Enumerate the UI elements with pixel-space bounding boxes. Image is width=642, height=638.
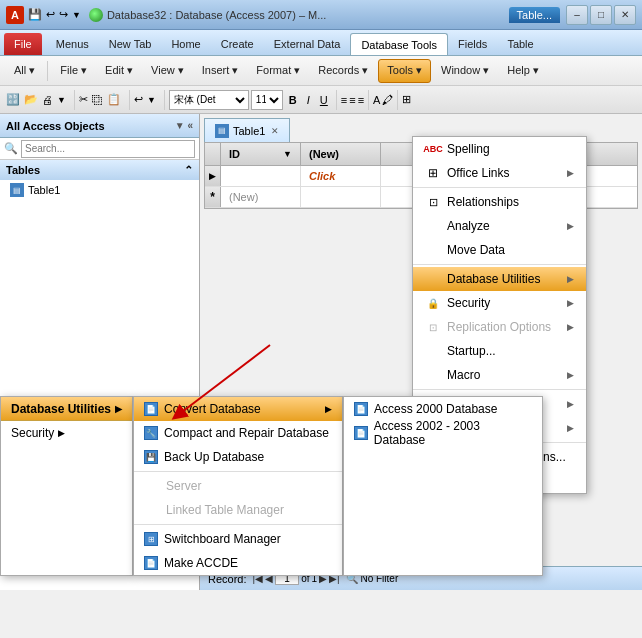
sep-fmt2 bbox=[129, 90, 130, 110]
security-arrow: ▶ bbox=[567, 298, 574, 308]
tab-newtab[interactable]: New Tab bbox=[99, 33, 162, 55]
table1-label: Table1 bbox=[28, 184, 60, 196]
menu-records[interactable]: Records ▾ bbox=[310, 59, 376, 83]
bold-button[interactable]: B bbox=[285, 89, 301, 111]
col-id-label: ID bbox=[229, 148, 240, 160]
col-id[interactable]: ID ▼ bbox=[221, 143, 301, 165]
ribbon-toolbar: All ▾ File ▾ Edit ▾ View ▾ Insert ▾ Form… bbox=[0, 56, 642, 86]
sep1 bbox=[47, 61, 48, 81]
minimize-button[interactable]: – bbox=[566, 5, 588, 25]
tab-database-tools[interactable]: Database Tools bbox=[350, 33, 448, 55]
backup-label: Back Up Database bbox=[164, 450, 264, 464]
ribbon-tabs: File Menus New Tab Home Create External … bbox=[0, 30, 642, 56]
office-links-label: Office Links bbox=[447, 166, 509, 180]
security-bottom-label[interactable]: Security ▶ bbox=[1, 421, 132, 445]
tab-table[interactable]: Table bbox=[497, 33, 543, 55]
access2000-label: Access 2000 Database bbox=[374, 402, 497, 416]
make-accde-icon: 📄 bbox=[144, 556, 158, 570]
tab-menus[interactable]: Menus bbox=[46, 33, 99, 55]
menu-analyze[interactable]: Analyze ▶ bbox=[413, 214, 586, 238]
menu-format[interactable]: Format ▾ bbox=[248, 59, 308, 83]
sep-fmt5 bbox=[368, 90, 369, 110]
menu-startup[interactable]: Startup... bbox=[413, 339, 586, 363]
nav-tables-section[interactable]: Tables ⌃ bbox=[0, 160, 199, 180]
sep2 bbox=[413, 264, 586, 265]
submenu-compact[interactable]: 🔧 Compact and Repair Database bbox=[134, 421, 342, 445]
align-left-icon: ≡ bbox=[341, 94, 347, 106]
toolbar-icon-1: 🔡 bbox=[6, 93, 20, 106]
align-right-icon: ≡ bbox=[358, 94, 364, 106]
move-data-label: Move Data bbox=[447, 243, 505, 257]
table-tab[interactable]: ▤ Table1 ✕ bbox=[204, 118, 290, 142]
submenu-make-accde[interactable]: 📄 Make ACCDE bbox=[134, 551, 342, 575]
col-new-label: (New) bbox=[309, 148, 339, 160]
menu-relationships[interactable]: ⊡ Relationships bbox=[413, 190, 586, 214]
macro-label: Macro bbox=[447, 368, 480, 382]
switchboard-icon: ⊞ bbox=[144, 532, 158, 546]
tab-create[interactable]: Create bbox=[211, 33, 264, 55]
menu-all[interactable]: All ▾ bbox=[6, 59, 43, 83]
cell-click[interactable]: Click bbox=[301, 166, 381, 186]
tab-fields[interactable]: Fields bbox=[448, 33, 497, 55]
underline-button[interactable]: U bbox=[316, 89, 332, 111]
backup-icon: 💾 bbox=[144, 450, 158, 464]
menu-window[interactable]: Window ▾ bbox=[433, 59, 497, 83]
dropdown-arrow: ▼ bbox=[57, 95, 66, 105]
submenu-switchboard[interactable]: ⊞ Switchboard Manager bbox=[134, 527, 342, 551]
convert-access2000[interactable]: 📄 Access 2000 Database bbox=[344, 397, 542, 421]
close-button[interactable]: ✕ bbox=[614, 5, 636, 25]
size-selector[interactable]: 11 bbox=[251, 90, 283, 110]
menu-move-data[interactable]: Move Data bbox=[413, 238, 586, 262]
table-tab-close[interactable]: ✕ bbox=[271, 126, 279, 136]
copy-icon: ⿻ bbox=[92, 94, 103, 106]
font-color-icon: A bbox=[373, 94, 380, 106]
menu-insert[interactable]: Insert ▾ bbox=[194, 59, 247, 83]
db-utils-bottom-label: Database Utilities bbox=[11, 402, 111, 416]
menu-file[interactable]: File ▾ bbox=[52, 59, 95, 83]
cell-new-empty bbox=[301, 187, 381, 207]
menu-macro[interactable]: Macro ▶ bbox=[413, 363, 586, 387]
db-utils-highlighted-label[interactable]: Database Utilities ▶ bbox=[1, 397, 132, 421]
source-control-arrow: ▶ bbox=[567, 399, 574, 409]
move-data-icon bbox=[425, 242, 441, 258]
linked-table-label: Linked Table Manager bbox=[166, 503, 284, 517]
table-icon: ▤ bbox=[10, 183, 24, 197]
replication-label: Replication Options bbox=[447, 320, 551, 334]
tab-external-data[interactable]: External Data bbox=[264, 33, 351, 55]
menu-db-utilities[interactable]: Database Utilities ▶ bbox=[413, 267, 586, 291]
maximize-button[interactable]: □ bbox=[590, 5, 612, 25]
menu-spelling-label: Spelling bbox=[447, 142, 490, 156]
menu-spelling[interactable]: ABC Spelling bbox=[413, 137, 586, 161]
highlight-icon: 🖍 bbox=[382, 94, 393, 106]
tab-file[interactable]: File bbox=[4, 33, 42, 55]
app-icon-letter: A bbox=[11, 9, 19, 21]
db-utils-submenu: 📄 Convert Database ▶ 🔧 Compact and Repai… bbox=[133, 396, 343, 576]
active-table-tab[interactable]: Table... bbox=[509, 7, 560, 23]
table-tab-icon: ▤ bbox=[215, 124, 229, 138]
menu-office-links[interactable]: ⊞ Office Links ▶ bbox=[413, 161, 586, 185]
sep-fmt4 bbox=[336, 90, 337, 110]
menu-tools[interactable]: Tools ▾ bbox=[378, 59, 431, 83]
nav-search-input[interactable] bbox=[21, 140, 195, 158]
bottom-left-labels: Database Utilities ▶ Security ▶ bbox=[0, 396, 133, 576]
relationships-icon: ⊡ bbox=[425, 194, 441, 210]
submenu-backup[interactable]: 💾 Back Up Database bbox=[134, 445, 342, 469]
row-indicator-header bbox=[205, 143, 221, 165]
menu-security[interactable]: 🔒 Security ▶ bbox=[413, 291, 586, 315]
nav-search-area: 🔍 bbox=[0, 138, 199, 160]
db-utils-sub-arrow: ▶ bbox=[115, 404, 122, 414]
submenu-convert[interactable]: 📄 Convert Database ▶ bbox=[134, 397, 342, 421]
font-selector[interactable]: 宋体 (Det bbox=[169, 90, 249, 110]
convert-access2002[interactable]: 📄 Access 2002 - 2003 Database bbox=[344, 421, 542, 445]
security-sub-arrow: ▶ bbox=[58, 428, 65, 438]
col-new: (New) bbox=[301, 143, 381, 165]
cell-id[interactable] bbox=[221, 166, 301, 186]
menu-view[interactable]: View ▾ bbox=[143, 59, 192, 83]
menu-edit[interactable]: Edit ▾ bbox=[97, 59, 141, 83]
db-utilities-label: Database Utilities bbox=[447, 272, 540, 286]
italic-button[interactable]: I bbox=[303, 89, 314, 111]
menu-help[interactable]: Help ▾ bbox=[499, 59, 547, 83]
sep-fmt6 bbox=[397, 90, 398, 110]
tab-home[interactable]: Home bbox=[161, 33, 210, 55]
nav-item-table1[interactable]: ▤ Table1 bbox=[0, 180, 199, 200]
